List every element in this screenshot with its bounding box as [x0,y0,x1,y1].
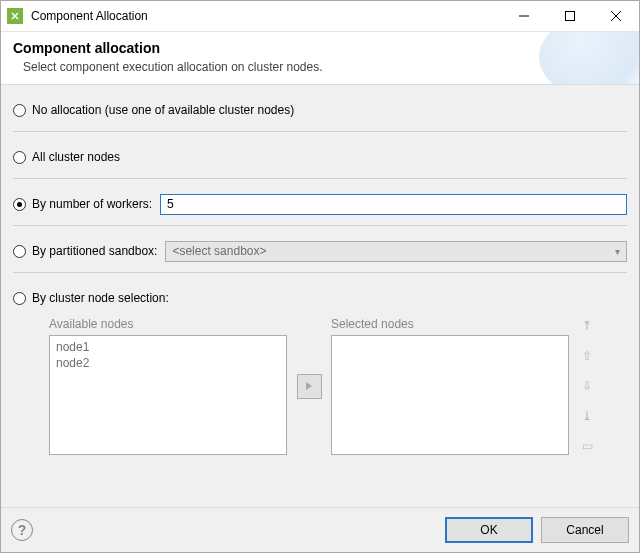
move-down-icon[interactable]: ⇩ [580,379,594,393]
sandbox-placeholder: <select sandbox> [172,244,266,258]
help-icon[interactable]: ? [11,519,33,541]
titlebar: Component Allocation [1,1,639,32]
radio-icon [13,151,26,164]
move-bottom-icon[interactable]: ⤓ [580,409,594,423]
option-label: By number of workers: [32,197,152,211]
dual-list: Available nodes node1node2 Selected node… [13,317,627,455]
selected-listbox[interactable] [331,335,569,455]
minimize-button[interactable] [501,1,547,31]
option-all-nodes[interactable]: All cluster nodes [13,146,627,168]
sandbox-select[interactable]: <select sandbox> ▾ [165,241,627,262]
option-by-workers[interactable]: By number of workers: [13,193,627,215]
window-title: Component Allocation [29,9,501,23]
separator [13,225,627,226]
remove-icon[interactable]: ▭ [580,439,594,453]
separator [13,272,627,273]
radio-icon [13,104,26,117]
move-up-icon[interactable]: ⇧ [580,349,594,363]
dialog-footer: ? OK Cancel [1,507,639,552]
svg-rect-2 [566,12,575,21]
available-column: Available nodes node1node2 [49,317,287,455]
radio-icon [13,292,26,305]
app-icon [7,8,23,24]
close-button[interactable] [593,1,639,31]
selected-column: Selected nodes [331,317,569,455]
separator [13,178,627,179]
separator [13,131,627,132]
option-label: All cluster nodes [32,150,120,164]
option-by-node-selection[interactable]: By cluster node selection: [13,287,627,309]
move-top-icon[interactable]: ⤒ [580,319,594,333]
order-column: ⤒ ⇧ ⇩ ⤓ ▭ [569,317,599,455]
available-listbox[interactable]: node1node2 [49,335,287,455]
dialog-window: Component Allocation Component allocatio… [0,0,640,553]
content-area: No allocation (use one of available clus… [1,85,639,507]
cancel-button[interactable]: Cancel [541,517,629,543]
option-no-allocation[interactable]: No allocation (use one of available clus… [13,99,627,121]
move-right-button[interactable] [297,374,322,399]
list-item[interactable]: node2 [56,355,280,371]
selected-label: Selected nodes [331,317,569,331]
radio-icon [13,198,26,211]
option-label: By partitioned sandbox: [32,244,157,258]
chevron-down-icon: ▾ [615,246,620,257]
workers-input[interactable] [160,194,627,215]
transfer-column [287,317,331,455]
maximize-button[interactable] [547,1,593,31]
list-item[interactable]: node1 [56,339,280,355]
page-subtitle: Select component execution allocation on… [13,60,627,74]
page-title: Component allocation [13,40,627,56]
available-label: Available nodes [49,317,287,331]
option-label: By cluster node selection: [32,291,169,305]
option-by-sandbox[interactable]: By partitioned sandbox: <select sandbox>… [13,240,627,262]
dialog-header: Component allocation Select component ex… [1,32,639,85]
ok-button[interactable]: OK [445,517,533,543]
radio-icon [13,245,26,258]
option-label: No allocation (use one of available clus… [32,103,294,117]
